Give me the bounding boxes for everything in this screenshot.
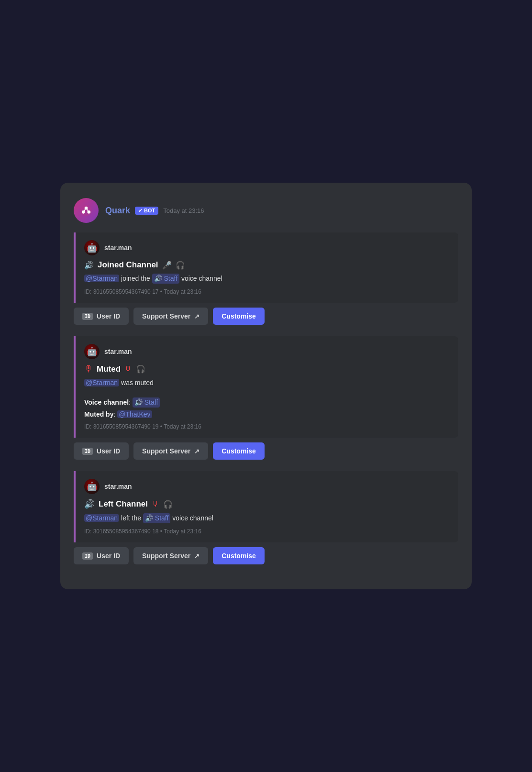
- message-header: Quark ✓ BOT Today at 23:16: [74, 198, 458, 223]
- headphone-icon-2: 🎧: [136, 364, 145, 374]
- support-server-label-3: Support Server: [142, 552, 190, 560]
- button-row-2: ID User ID Support Server ↗ Customise: [74, 442, 458, 460]
- user-id-label-3: User ID: [97, 552, 120, 560]
- customise-label-2: Customise: [222, 447, 256, 455]
- user-avatar-2: [84, 344, 100, 359]
- speaker-icon: 🔊: [84, 261, 94, 270]
- channel-mention-staff-2: 🔊 Staff: [133, 397, 160, 408]
- headphone-icon: 🎧: [176, 261, 185, 270]
- customise-button-1[interactable]: Customise: [213, 308, 265, 325]
- message-block-3: star.man 🔊 Left Channel 🎙 🎧 @Starman lef…: [74, 471, 458, 564]
- speaker-red-icon: 🔊: [84, 499, 95, 509]
- button-row-1: ID User ID Support Server ↗ Customise: [74, 308, 458, 325]
- id-icon: ID: [82, 313, 93, 320]
- embed-username-2: star.man: [104, 348, 132, 355]
- mention-thatkev: @ThatKev: [117, 410, 152, 418]
- user-id-label: User ID: [97, 312, 120, 320]
- muted-by-label: Muted by: [84, 410, 113, 418]
- customise-label-3: Customise: [222, 552, 256, 560]
- customise-label: Customise: [222, 312, 256, 320]
- event-title-row: 🔊 Joined Channel 🎤 🎧: [84, 260, 450, 270]
- embed-user-row-2: star.man: [84, 344, 450, 359]
- bot-name: Quark: [105, 206, 130, 216]
- detail-muted-by: Muted by: @ThatKev: [84, 409, 450, 419]
- user-avatar: [84, 240, 100, 255]
- embed-joined-channel: star.man 🔊 Joined Channel 🎤 🎧 @Starman j…: [74, 232, 458, 303]
- customise-button-3[interactable]: Customise: [213, 547, 265, 564]
- channel-mention-staff: 🔊 Staff: [152, 274, 179, 284]
- desc-text-muted: was muted: [121, 379, 154, 386]
- user-id-button-3[interactable]: ID User ID: [74, 547, 129, 564]
- external-link-icon: ↗: [194, 313, 200, 320]
- mention-starman-2: @Starman: [84, 379, 119, 386]
- desc-text-1: joined the: [121, 275, 152, 282]
- support-server-label: Support Server: [142, 312, 190, 320]
- user-avatar-3: [84, 479, 100, 494]
- event-title-row-3: 🔊 Left Channel 🎙 🎧: [84, 499, 450, 509]
- bot-badge: ✓ BOT: [135, 207, 158, 215]
- user-id-label-2: User ID: [97, 447, 120, 455]
- support-server-button-3[interactable]: Support Server ↗: [133, 547, 208, 564]
- checkmark-icon: ✓: [138, 208, 143, 214]
- embed-muted: star.man 🎙 Muted 🎙 🎧 @Starman was muted …: [74, 336, 458, 438]
- event-title-row-2: 🎙 Muted 🎙 🎧: [84, 364, 450, 374]
- mic-slash-icon-2: 🎙: [152, 500, 159, 508]
- channel-mention-staff-3: 🔊 Staff: [143, 513, 170, 523]
- embed-user-row-3: star.man: [84, 479, 450, 494]
- mention-starman-3: @Starman: [84, 514, 119, 522]
- embed-id-1: ID: 301655085954367490 17 • Today at 23:…: [84, 288, 450, 295]
- message-block-2: star.man 🎙 Muted 🎙 🎧 @Starman was muted …: [74, 336, 458, 460]
- mention-starman: @Starman: [84, 275, 119, 282]
- desc-text-left-1: left the: [121, 514, 143, 522]
- event-title-2: Muted: [97, 364, 121, 374]
- voice-channel-label: Voice channel: [84, 398, 129, 406]
- id-icon-3: ID: [82, 552, 93, 560]
- discord-message-container: Quark ✓ BOT Today at 23:16 star.man 🔊 Jo…: [60, 183, 472, 589]
- colon-1: :: [129, 398, 133, 406]
- embed-username-3: star.man: [104, 483, 132, 490]
- event-description-3: @Starman left the 🔊 Staff voice channel: [84, 513, 450, 523]
- embed-id-2: ID: 301655085954367490 19 • Today at 23:…: [84, 423, 450, 430]
- message-block-1: star.man 🔊 Joined Channel 🎤 🎧 @Starman j…: [74, 232, 458, 325]
- customise-button-2[interactable]: Customise: [213, 442, 265, 460]
- mic-off-icon: 🎙: [84, 364, 93, 374]
- avatar: [74, 198, 99, 223]
- event-title-3: Left Channel: [99, 499, 148, 509]
- embed-id-3: ID: 301655085954367490 18 • Today at 23:…: [84, 528, 450, 535]
- embed-username: star.man: [104, 244, 132, 252]
- support-server-button-2[interactable]: Support Server ↗: [133, 442, 208, 460]
- support-server-label-2: Support Server: [142, 447, 190, 455]
- header-info: Quark ✓ BOT Today at 23:16: [105, 206, 204, 216]
- support-server-button-1[interactable]: Support Server ↗: [133, 308, 208, 325]
- mic-slash-icon: 🎙: [124, 365, 132, 374]
- event-title: Joined Channel: [98, 260, 158, 270]
- external-link-icon-2: ↗: [194, 448, 200, 455]
- button-row-3: ID User ID Support Server ↗ Customise: [74, 547, 458, 564]
- user-id-button-2[interactable]: ID User ID: [74, 442, 129, 460]
- mic-icon: 🎤: [162, 261, 172, 270]
- headphone-icon-3: 🎧: [163, 500, 173, 509]
- external-link-icon-3: ↗: [194, 552, 200, 560]
- embed-left-channel: star.man 🔊 Left Channel 🎙 🎧 @Starman lef…: [74, 471, 458, 542]
- header-timestamp: Today at 23:16: [163, 207, 204, 214]
- id-icon-2: ID: [82, 448, 93, 455]
- user-id-button-1[interactable]: ID User ID: [74, 308, 129, 325]
- detail-voice-channel: Voice channel: 🔊 Staff: [84, 397, 450, 408]
- desc-text-left-2: voice channel: [172, 514, 213, 522]
- event-description: @Starman joined the 🔊 Staff voice channe…: [84, 274, 450, 284]
- bot-badge-label: BOT: [144, 208, 155, 213]
- event-description-2: @Starman was muted: [84, 378, 450, 388]
- embed-user-row: star.man: [84, 240, 450, 255]
- desc-text-2: voice channel: [181, 275, 222, 282]
